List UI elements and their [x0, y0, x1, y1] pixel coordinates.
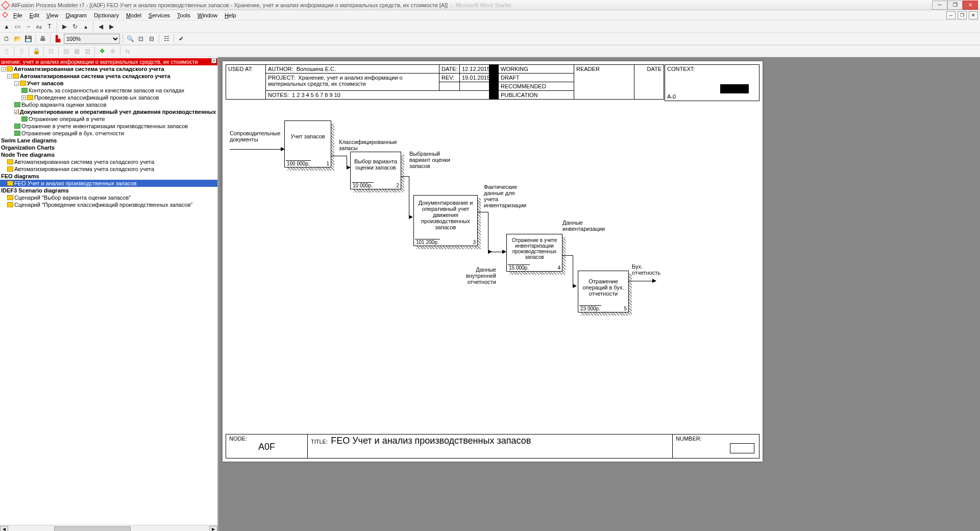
- diagram-canvas[interactable]: USED AT: AUTHOR: Волошина Е.С. DATE:12.1…: [218, 57, 980, 531]
- zoom-select[interactable]: 100%: [64, 34, 120, 44]
- model-explorer: × анение, учет и анализ информации о мат…: [0, 57, 218, 531]
- tree-item[interactable]: Сценарий "Проведение классификаций произ…: [0, 201, 217, 208]
- menu-window[interactable]: Window: [194, 11, 220, 19]
- t3-4[interactable]: ⊡: [46, 46, 56, 56]
- close-button[interactable]: ✕: [963, 1, 978, 10]
- tree-group[interactable]: Node Tree diagrams: [0, 151, 217, 158]
- t3-10[interactable]: ⇆: [123, 46, 132, 56]
- tree-item[interactable]: +Проведение классификаций произв-ых запа…: [0, 94, 217, 101]
- tree-item[interactable]: Сценарий "Выбор варианта оценки запасов": [0, 194, 217, 201]
- arrow-label: Сопроводительные документы: [230, 130, 286, 142]
- arrow-label: Выбранный вариант оценки запасов: [409, 151, 450, 169]
- tree-item-selected[interactable]: FEO Учет и анализ производственных запас…: [0, 180, 217, 187]
- box-tool[interactable]: ▭: [13, 22, 22, 31]
- tree-item[interactable]: Автоматизированная система учета складск…: [0, 165, 217, 173]
- idef0-diagram: Сопроводительные документы Учет запасов …: [226, 102, 760, 401]
- menu-bar: File Edit View Diagram Dictionary Model …: [0, 10, 980, 20]
- nav-left[interactable]: ◀: [96, 22, 105, 31]
- tree-item[interactable]: -Автоматизированная система учета складс…: [0, 65, 217, 73]
- text-tool[interactable]: T: [45, 22, 54, 31]
- mdi-icon: [2, 12, 9, 19]
- menu-file[interactable]: File: [10, 11, 26, 19]
- window-title: AllFusion Process Modeler r7 - [(A0F) FE…: [11, 2, 932, 8]
- tree-item[interactable]: Отражение в учете инвентаризации произво…: [0, 123, 217, 130]
- menu-services[interactable]: Services: [145, 11, 173, 19]
- open-button[interactable]: 📂: [13, 34, 22, 43]
- app-icon: [2, 2, 9, 9]
- tree-root[interactable]: анение, учет и анализ информации о матер…: [0, 58, 217, 65]
- menu-dictionary[interactable]: Dictionary: [91, 11, 122, 19]
- title-bar: AllFusion Process Modeler r7 - [(A0F) FE…: [0, 0, 980, 10]
- play-tool[interactable]: ▶: [60, 22, 69, 31]
- t3-8[interactable]: ❖: [97, 46, 107, 56]
- pointer-tool[interactable]: ▲: [2, 22, 11, 31]
- tree[interactable]: анение, учет и анализ информации о матер…: [0, 57, 217, 209]
- mdi-minimize[interactable]: ─: [946, 11, 955, 19]
- activity-box-2[interactable]: Выбор варианта оценки запасов 10 000р.2: [350, 152, 401, 189]
- t3-7[interactable]: ▥: [83, 46, 92, 56]
- arrow-label: Бух. отчетность: [632, 263, 668, 276]
- context-box: CONTEXT: A-0: [665, 64, 760, 101]
- t3-3[interactable]: 🔒: [32, 46, 41, 56]
- panel-close-icon[interactable]: ×: [211, 58, 216, 63]
- activity-box-4[interactable]: Отражение в учете инвентаризации произво…: [506, 234, 562, 272]
- arrow-label: Данные инвентаризации: [562, 220, 614, 232]
- toolbar-2: 🗋 📂 💾 🖶 ▙ 100% 🔍 ⊡ ⊟ ☷ ✔: [0, 33, 980, 45]
- caret-tool[interactable]: ▴: [81, 22, 90, 31]
- tree-item[interactable]: Контроль за сохранностью и качеством зап…: [0, 87, 217, 94]
- mdi-restore[interactable]: ❐: [958, 11, 967, 19]
- arrow-label: Данные внутренней отчетности: [455, 267, 496, 285]
- menu-view[interactable]: View: [43, 11, 62, 19]
- arrow-label: Фактические данные для учета инвентариза…: [484, 184, 530, 208]
- tree-toggle[interactable]: ☷: [162, 34, 171, 43]
- menu-model[interactable]: Model: [123, 11, 144, 19]
- maximize-button[interactable]: ❐: [947, 1, 963, 10]
- activity-box-1[interactable]: Учет запасов 100 000р.1: [284, 120, 331, 167]
- diagram-header: USED AT: AUTHOR: Волошина Е.С. DATE:12.1…: [226, 64, 664, 100]
- tree-group[interactable]: Organization Charts: [0, 144, 217, 151]
- t3-6[interactable]: ▦: [72, 46, 81, 56]
- nav-right[interactable]: ▶: [107, 22, 116, 31]
- spellcheck[interactable]: ✔: [177, 34, 186, 43]
- diagram-page: USED AT: AUTHOR: Волошина Е.С. DATE:12.1…: [223, 61, 763, 462]
- tree-item[interactable]: Отражение операций в бух. отчетности: [0, 130, 217, 137]
- squiggle-tool[interactable]: ᔓ: [34, 22, 43, 31]
- activity-box-3[interactable]: Документирование и оперативный учет движ…: [413, 195, 478, 246]
- new-button[interactable]: 🗋: [2, 34, 11, 43]
- tree-group[interactable]: IDEF3 Scenario diagrams: [0, 187, 217, 194]
- menu-diagram[interactable]: Diagram: [62, 11, 90, 19]
- tree-item[interactable]: -Автоматизированная система учета складс…: [0, 73, 217, 80]
- arrow-tool[interactable]: →: [23, 22, 33, 31]
- activity-box-5[interactable]: Отражение операций в бух. отчетности 23 …: [578, 271, 629, 312]
- menu-edit[interactable]: Edit: [27, 11, 42, 19]
- save-button[interactable]: 💾: [23, 34, 33, 43]
- zoom-in[interactable]: 🔍: [126, 34, 135, 43]
- t3-2[interactable]: ▯: [17, 46, 26, 56]
- toolbar-1: ▲ ▭ → ᔓ T ▶ ↻ ▴ ◀ ▶: [0, 20, 980, 33]
- toolbar-3: ▯ ▯ 🔒 ⊡ ▤ ▦ ▥ ❖ ⊕ ⇆: [0, 45, 980, 57]
- tree-item[interactable]: Автоматизированная система учета складск…: [0, 158, 217, 165]
- palette-button[interactable]: ▙: [53, 34, 62, 43]
- refresh-tool[interactable]: ↻: [70, 22, 80, 31]
- zoom-out[interactable]: ⊟: [147, 34, 156, 43]
- tree-item[interactable]: Выбор варианта оценки запасов: [0, 101, 217, 108]
- arrow-label: Классифицированные запасы: [339, 139, 400, 151]
- tree-item[interactable]: -Учет запасов: [0, 80, 217, 87]
- minimize-button[interactable]: ─: [932, 1, 947, 10]
- tree-group[interactable]: Swim Lane diagrams: [0, 137, 217, 144]
- t3-1[interactable]: ▯: [2, 46, 11, 56]
- diagram-footer: NODE:A0F TITLE: FEO Учет и анализ произв…: [226, 434, 760, 458]
- mdi-close[interactable]: ✕: [969, 11, 978, 19]
- menu-tools[interactable]: Tools: [174, 11, 193, 19]
- tree-group[interactable]: FEO diagrams: [0, 173, 217, 180]
- tree-scrollbar[interactable]: ◀▶: [0, 525, 217, 531]
- tree-item[interactable]: -Документирование и оперативный учет дви…: [0, 108, 217, 115]
- t3-9[interactable]: ⊕: [108, 46, 117, 56]
- t3-5[interactable]: ▤: [61, 46, 70, 56]
- menu-help[interactable]: Help: [222, 11, 239, 19]
- print-button[interactable]: 🖶: [38, 34, 47, 43]
- tree-item[interactable]: Отражение операций в учете: [0, 115, 217, 123]
- zoom-fit[interactable]: ⊡: [136, 34, 145, 43]
